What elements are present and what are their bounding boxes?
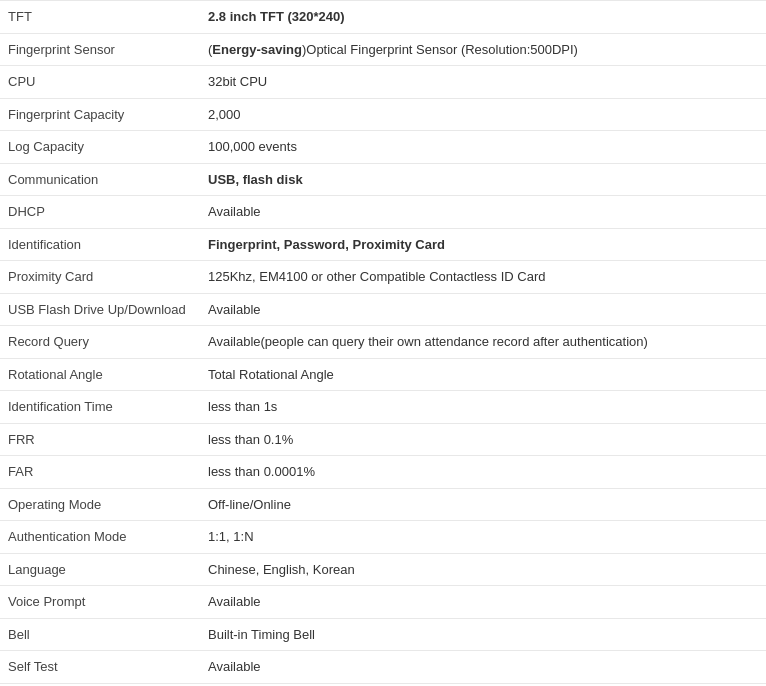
spec-value: (Energy-saving)Optical Fingerprint Senso… [200, 33, 766, 66]
table-row: Record QueryAvailable(people can query t… [0, 326, 766, 359]
spec-value: 2.8 inch TFT (320*240) [200, 1, 766, 34]
spec-value: Available [200, 651, 766, 684]
spec-label: FAR [0, 456, 200, 489]
spec-value: Available(people can query their own att… [200, 326, 766, 359]
table-row: DHCPAvailable [0, 196, 766, 229]
spec-value: Total Rotational Angle [200, 358, 766, 391]
table-row: Rotational AngleTotal Rotational Angle [0, 358, 766, 391]
table-row: Fingerprint Sensor(Energy-saving)Optical… [0, 33, 766, 66]
table-row: TFT2.8 inch TFT (320*240) [0, 1, 766, 34]
spec-label: Log Capacity [0, 131, 200, 164]
spec-value: less than 0.0001% [200, 456, 766, 489]
spec-value: less than 1s [200, 391, 766, 424]
spec-label: FRR [0, 423, 200, 456]
spec-label: Rotational Angle [0, 358, 200, 391]
spec-label: Self Test [0, 651, 200, 684]
table-row: CommunicationUSB, flash disk [0, 163, 766, 196]
spec-value: 125Khz, EM4100 or other Compatible Conta… [200, 261, 766, 294]
spec-value: 2,000 [200, 98, 766, 131]
spec-value: Available [200, 586, 766, 619]
table-row: BellBuilt-in Timing Bell [0, 618, 766, 651]
table-row: CPU32bit CPU [0, 66, 766, 99]
spec-value: 1:1, 1:N [200, 521, 766, 554]
table-row: Voice PromptAvailable [0, 586, 766, 619]
spec-value: 32bit CPU [200, 66, 766, 99]
table-row: Proximity Card125Khz, EM4100 or other Co… [0, 261, 766, 294]
spec-label: Proximity Card [0, 261, 200, 294]
spec-value: USB, flash disk [200, 163, 766, 196]
spec-label: Bell [0, 618, 200, 651]
spec-label: CPU [0, 66, 200, 99]
spec-label: TFT [0, 1, 200, 34]
spec-value: Available [200, 293, 766, 326]
spec-label: Identification Time [0, 391, 200, 424]
table-row: Identification Timeless than 1s [0, 391, 766, 424]
spec-label: Voice Prompt [0, 586, 200, 619]
spec-label: Communication [0, 163, 200, 196]
table-row: LanguageChinese, English, Korean [0, 553, 766, 586]
table-row: FARless than 0.0001% [0, 456, 766, 489]
spec-value: 100,000 events [200, 131, 766, 164]
spec-label: Language [0, 553, 200, 586]
spec-value: Available [200, 196, 766, 229]
spec-label: Operating Mode [0, 488, 200, 521]
spec-label: Fingerprint Capacity [0, 98, 200, 131]
spec-label: Identification [0, 228, 200, 261]
table-row: IdentificationFingerprint, Password, Pro… [0, 228, 766, 261]
spec-label: Authentication Mode [0, 521, 200, 554]
spec-label: USB Flash Drive Up/Download [0, 293, 200, 326]
spec-table: TFT2.8 inch TFT (320*240)Fingerprint Sen… [0, 0, 766, 686]
spec-value: Off-line/Online [200, 488, 766, 521]
spec-value: Chinese, English, Korean [200, 553, 766, 586]
table-row: Fingerprint Capacity2,000 [0, 98, 766, 131]
spec-value: less than 0.1% [200, 423, 766, 456]
table-row: Authentication Mode1:1, 1:N [0, 521, 766, 554]
spec-label: Record Query [0, 326, 200, 359]
spec-label: Fingerprint Sensor [0, 33, 200, 66]
table-row: FRRless than 0.1% [0, 423, 766, 456]
spec-value: Fingerprint, Password, Proximity Card [200, 228, 766, 261]
spec-value: Built-in Timing Bell [200, 618, 766, 651]
spec-label: DHCP [0, 196, 200, 229]
table-row: Self TestAvailable [0, 651, 766, 684]
table-row: Log Capacity100,000 events [0, 131, 766, 164]
table-row: USB Flash Drive Up/DownloadAvailable [0, 293, 766, 326]
table-row: Operating ModeOff-line/Online [0, 488, 766, 521]
